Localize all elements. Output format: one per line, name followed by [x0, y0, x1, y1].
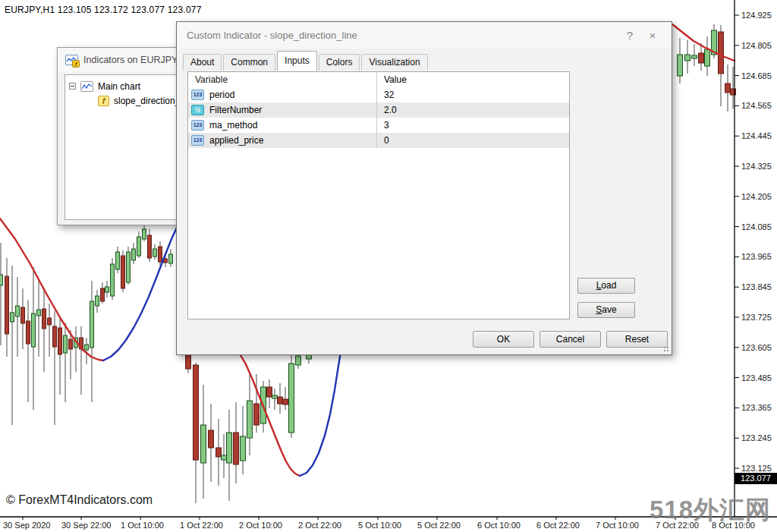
time-axis-label: 7 Oct 10:00 — [596, 521, 639, 530]
collapse-expander-icon[interactable] — [69, 83, 76, 90]
price-axis-label: 123.845 — [741, 282, 772, 291]
bear-candle — [69, 339, 73, 349]
price-axis-label: 123.965 — [741, 252, 772, 261]
param-value[interactable]: 2.0 — [376, 102, 569, 118]
price-axis-label: 124.205 — [741, 192, 772, 201]
tab-common[interactable]: Common — [223, 54, 275, 71]
bear-candle — [42, 309, 46, 329]
bull-candle — [105, 287, 109, 292]
bull-candle — [222, 455, 227, 460]
bear-candle — [699, 53, 704, 63]
bull-candle — [116, 252, 120, 269]
table-row[interactable]: 123period 32 — [188, 87, 569, 102]
param-name: ma_method — [209, 118, 257, 133]
bear-candle — [148, 235, 152, 258]
bull-candle — [247, 401, 253, 438]
close-icon[interactable]: × — [641, 29, 664, 42]
price-axis-label: 123.485 — [741, 373, 772, 382]
cancel-button[interactable]: Cancel — [539, 331, 601, 348]
price-axis-label: 124.445 — [741, 131, 772, 140]
price-axis-label: 124.925 — [741, 11, 772, 20]
column-header-value: Value — [376, 72, 569, 87]
bull-candle — [11, 313, 14, 322]
save-button[interactable]: Save — [577, 302, 635, 318]
price-axis-label: 124.325 — [741, 162, 772, 171]
bear-candle — [21, 307, 25, 323]
help-button[interactable]: ? — [618, 29, 641, 42]
bull-candle — [169, 254, 173, 263]
bull-candle — [289, 364, 294, 433]
custom-indicator-titlebar[interactable]: Custom Indicator - slope_direction_line … — [177, 22, 672, 49]
slope-direction-line-up — [300, 352, 341, 476]
column-header-variable: Variable — [188, 72, 376, 87]
ok-button[interactable]: OK — [473, 331, 534, 348]
price-axis-label: 124.085 — [741, 222, 772, 231]
table-row[interactable]: ½FilterNumber 2.0 — [188, 102, 569, 118]
bear-candle — [216, 448, 222, 457]
bear-candle — [53, 326, 57, 347]
int-type-icon: 123 — [191, 120, 204, 131]
tab-about[interactable]: About — [183, 54, 222, 71]
price-axis-label: 123.605 — [741, 343, 772, 352]
indicators-dialog-title: Indicators on EURJPY,H1 — [83, 55, 191, 65]
price-axis-label: 124.565 — [741, 101, 772, 110]
param-value[interactable]: 32 — [376, 87, 569, 102]
time-axis-label: 30 Sep 2020 — [3, 521, 50, 530]
bull-candle — [201, 425, 206, 463]
table-row[interactable]: 123ma_method 3 — [188, 118, 569, 133]
tab-inputs[interactable]: Inputs — [277, 51, 317, 71]
param-value[interactable]: 3 — [376, 118, 569, 133]
fx-badge-icon: f — [72, 60, 80, 68]
load-button[interactable]: Load — [577, 278, 635, 294]
bull-candle — [227, 433, 232, 463]
bull-candle — [685, 55, 690, 61]
bear-candle — [283, 399, 288, 405]
bull-candle — [90, 301, 94, 348]
tree-item-label: Main chart — [98, 81, 140, 92]
param-value[interactable]: 0 — [376, 133, 569, 148]
reset-button[interactable]: Reset — [606, 331, 668, 348]
bear-candle — [58, 328, 62, 354]
bull-candle — [705, 49, 710, 66]
bull-candle — [137, 237, 141, 256]
time-axis-label: 1 Oct 22:00 — [180, 521, 223, 530]
tab-visualization[interactable]: Visualization — [361, 54, 427, 71]
param-name: period — [209, 87, 234, 102]
bull-candle — [272, 395, 278, 398]
copyright-text: © ForexMT4Indicators.com — [6, 493, 153, 507]
bear-candle — [48, 318, 52, 325]
bear-candle — [101, 288, 105, 301]
dialog-tabstrip: About Common Inputs Colors Visualization — [183, 51, 429, 71]
bull-candle — [85, 345, 89, 350]
dialog-title: Custom Indicator - slope_direction_line — [187, 30, 618, 41]
bear-candle — [27, 321, 30, 344]
bear-candle — [193, 365, 199, 460]
time-axis-label: 6 Oct 22:00 — [536, 521, 580, 530]
bear-candle — [121, 256, 125, 288]
bull-candle — [127, 252, 131, 282]
time-axis-label: 6 Oct 10:00 — [477, 521, 521, 530]
bull-candle — [153, 249, 157, 257]
price-axis-label: 124.805 — [741, 41, 772, 50]
bear-candle — [719, 32, 724, 74]
bear-candle — [254, 404, 260, 425]
time-axis-label: 30 Sep 22:00 — [61, 521, 111, 530]
tab-colors[interactable]: Colors — [319, 54, 360, 71]
time-axis-label: 2 Oct 22:00 — [298, 521, 341, 530]
bear-candle — [209, 430, 214, 448]
bear-candle — [186, 355, 191, 369]
price-axis-label: 123.365 — [741, 403, 772, 412]
watermark-text: 518外汇网 — [650, 493, 771, 527]
bull-candle — [132, 249, 136, 260]
table-row[interactable]: 123applied_price 0 — [188, 133, 569, 148]
param-name: applied_price — [209, 133, 263, 148]
bull-candle — [143, 229, 146, 239]
price-axis-label: 123.725 — [741, 313, 772, 322]
main-chart-icon — [80, 81, 93, 92]
time-axis-label: 5 Oct 10:00 — [358, 521, 401, 530]
int-type-icon: 123 — [191, 90, 204, 100]
resize-grip[interactable] — [663, 346, 670, 353]
custom-indicator-dialog: Custom Indicator - slope_direction_line … — [176, 21, 672, 355]
fx-indicator-icon: f — [98, 96, 109, 106]
mt4-chart-window: 124.925124.805124.685124.565124.445124.3… — [0, 0, 777, 532]
